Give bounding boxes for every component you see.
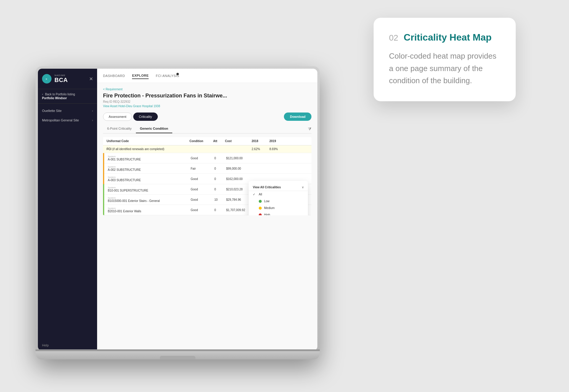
dropdown-label-all: All [259,193,262,196]
td-system: System [108,197,191,199]
sub-tab-generic[interactable]: Generic Condition [136,124,172,133]
color-dot-high [259,213,262,216]
td-system: System [108,176,191,179]
page-content: Requirement Fire Protection - Pressuriza… [97,83,317,351]
dropdown-label-medium: Medium [264,206,275,210]
table-header: Uniformat Code Condition Att Cost 2018 2… [103,137,311,145]
laptop-wrapper: ≡ NADIME BCA ✕ ‹ Back to Portfolio [36,49,326,374]
nav-label: DASHBOARD [103,74,125,78]
tabs-left: Assessment Criticality [103,113,158,121]
step-desc: Color-coded heat map provides a one page… [389,50,500,87]
td-name: System A-002 SUBSTRUCTURE [108,166,191,171]
portfolio-name: Portfolio Windsor [42,97,93,100]
sidebar: ≡ NADIME BCA ✕ ‹ Back to Portfolio [38,69,97,351]
dropdown-item-medium[interactable]: Medium [249,205,308,211]
nav-item-dashboard[interactable]: DASHBOARD [103,73,125,79]
data-table: Uniformat Code Condition Att Cost 2018 2… [103,137,311,215]
fci-label: FCI (if all identified renewals are comp… [107,147,189,151]
td-code: B2010-001 Exterior Walls [108,210,141,213]
sidebar-back-link[interactable]: ‹ Back to Portfolio listing Portfolio Wi… [38,89,97,104]
td-code: A-002 SUBSTRUCTURE [108,168,141,171]
step-title: Criticality Heat Map [404,32,492,43]
sub-tabs-left: 6-Point Criticality Generic Condition [103,124,172,133]
top-nav: DASHBOARD EXPLORE FCI ANALYSIS [97,69,317,83]
sidebar-item-label: Ouellette Site [42,109,62,113]
td-code: B1015000-001 Exterior Stairs - General [108,199,160,203]
table-row: System A-002 SUBSTRUCTURE Fair 0 $99,000… [104,163,311,174]
sidebar-item-metropolitan[interactable]: Metropolitan General Site › [38,115,97,125]
color-dot-low [259,200,262,203]
main-content: DASHBOARD EXPLORE FCI ANALYSIS Requireme… [97,69,317,351]
dropdown-item-all[interactable]: ✓ All [249,191,308,198]
td-att: 0 [214,177,226,181]
laptop-screen-bezel: ≡ NADIME BCA ✕ ‹ Back to Portfolio [38,69,317,351]
table-row: System A-001 SUBSTRUCTURE Good 0 $121,00… [104,153,311,163]
td-condition: Good [191,198,214,201]
tab-criticality[interactable]: Criticality [133,113,158,121]
fci-2018: 2.62% [252,147,269,151]
sub-tab-6point[interactable]: 6-Point Criticality [103,124,136,133]
sidebar-item-label: Metropolitan General Site [42,118,79,122]
nav-item-fci[interactable]: FCI ANALYSIS [156,73,179,79]
help-label: Help [42,343,49,347]
filter-icon[interactable]: ⧩ [308,126,311,131]
td-name: System B10-001 SUPERSTRUCTURE [108,186,191,192]
back-label: Back to Portfolio listing [45,93,75,96]
sidebar-item-ouellette[interactable]: Ouellette Site › [38,106,97,115]
nav-item-explore[interactable]: EXPLORE [132,73,149,79]
td-system: System [108,186,191,189]
sidebar-nav: Ouellette Site › Metropolitan General Si… [38,104,97,340]
laptop-screen: ≡ NADIME BCA ✕ ‹ Back to Portfolio [38,69,317,351]
sidebar-close-button[interactable]: ✕ [89,76,93,82]
asset-link[interactable]: View Asset Hotel-Dieu Grace Hospital 193… [103,105,311,108]
dropdown-item-low[interactable]: Low [249,198,308,205]
td-name: System B1015000-001 Exterior Stairs - Ge… [108,197,191,203]
dropdown-label-low: Low [264,200,269,203]
td-cost: $99,000.00 [226,167,253,170]
td-system: System [108,155,191,158]
tabs-bar: Assessment Criticality Download [103,113,311,121]
section-group-medium: System A-001 SUBSTRUCTURE Good 0 $121,00… [103,153,311,184]
step-number: 02 [389,33,398,42]
chevron-right-icon: › [92,109,93,113]
tooltip-card: 02 Criticality Heat Map Color-coded heat… [374,18,516,101]
td-condition: Good [191,157,214,160]
tab-assessment[interactable]: Assessment [103,113,132,121]
color-dot-medium [259,207,262,210]
svg-text:≡: ≡ [46,78,47,81]
chevron-right-icon: › [92,119,93,122]
logo-text: BCA [54,77,68,83]
req-id: Req ID REQ-322932 [103,100,311,103]
dropdown-label-high: High [264,213,270,215]
fci-2019: 8.69% [269,147,287,151]
breadcrumb[interactable]: Requirement [103,88,311,91]
td-cost: $162,000.00 [226,177,253,181]
td-system: System [108,207,191,210]
laptop-notch [160,356,195,359]
dropdown-header: View All Criticalities ∨ [249,183,308,191]
dropdown-header-label: View All Criticalities [253,186,281,189]
sidebar-logo: ≡ NADIME BCA ✕ [38,69,97,89]
td-condition: Fair [191,167,214,170]
td-att: 0 [214,167,226,170]
webcam-dot [176,73,179,75]
th-cost: Cost [225,139,252,143]
criticality-dropdown[interactable]: View All Criticalities ∨ ✓ All [249,181,308,215]
check-icon: ✓ [253,193,256,196]
td-condition: Good [191,177,214,181]
back-arrow-icon: ‹ [42,93,43,96]
th-2019: 2019 [269,139,287,143]
logo-icon: ≡ [42,74,52,83]
th-att: Att [213,139,225,143]
nav-label: EXPLORE [132,74,149,77]
dropdown-item-high[interactable]: High [249,211,308,215]
logo-subtitle: NADIME [54,74,68,77]
td-att: 10 [214,198,226,201]
nav-label: FCI ANALYSIS [156,74,179,78]
sidebar-help-item[interactable]: Help [38,340,97,351]
td-name: System B2010-001 Exterior Walls [108,207,191,213]
td-name: System A-001 SUBSTRUCTURE [108,155,191,161]
laptop-body: ≡ NADIME BCA ✕ ‹ Back to Portfolio [36,66,320,359]
fci-description: (if all identified renewals are complete… [112,147,164,151]
download-button[interactable]: Download [284,113,311,121]
